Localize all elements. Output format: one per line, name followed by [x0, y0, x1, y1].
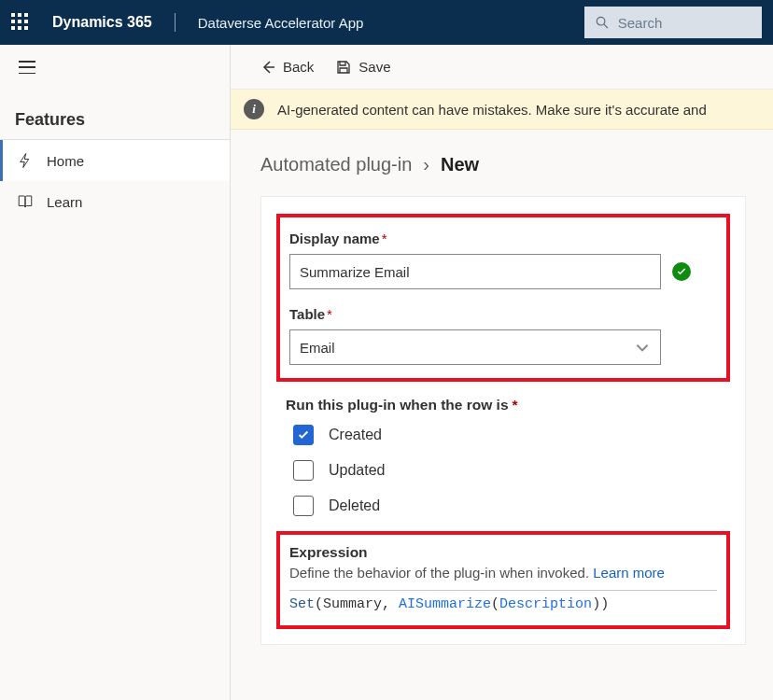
divider	[175, 13, 176, 32]
app-name: Dataverse Accelerator App	[198, 15, 364, 31]
main-area: Back Save i AI-generated content can hav…	[231, 45, 773, 700]
checkbox-created[interactable]	[293, 425, 314, 445]
app-launcher-icon[interactable]	[11, 13, 30, 32]
back-arrow-icon	[260, 60, 275, 75]
chevron-right-icon: ›	[423, 154, 429, 175]
expression-code[interactable]: Set(Summary, AISummarize(Description))	[289, 590, 717, 612]
hamburger-icon[interactable]	[19, 61, 35, 74]
table-value: Email	[300, 340, 335, 356]
lightning-icon	[17, 152, 34, 169]
display-name-label: Display name*	[289, 231, 717, 246]
learn-more-link[interactable]: Learn more	[593, 565, 665, 581]
table-label: Table*	[289, 306, 717, 322]
search-icon	[596, 15, 609, 30]
search-input[interactable]	[618, 15, 751, 31]
sidebar-item-home[interactable]: Home	[0, 140, 230, 181]
svg-point-0	[597, 17, 605, 25]
breadcrumb-current: New	[441, 154, 479, 175]
valid-check-icon	[672, 262, 691, 281]
breadcrumb: Automated plug-in › New	[260, 154, 773, 175]
highlighted-fields: Display name* Summarize Email Table*	[276, 214, 730, 382]
option-deleted[interactable]: Deleted	[293, 496, 730, 516]
svg-line-1	[604, 24, 608, 28]
sidebar-heading: Features	[0, 90, 230, 140]
info-icon: i	[244, 99, 264, 119]
checkbox-deleted[interactable]	[293, 496, 314, 516]
expression-section: Expression Define the behavior of the pl…	[276, 531, 730, 629]
command-bar: Back Save	[231, 45, 773, 90]
option-created[interactable]: Created	[293, 425, 730, 445]
run-when-label: Run this plug-in when the row is*	[286, 397, 730, 413]
display-name-input[interactable]: Summarize Email	[289, 254, 661, 289]
chevron-down-icon	[634, 339, 651, 356]
table-select[interactable]: Email	[289, 329, 661, 365]
checkbox-updated[interactable]	[293, 460, 314, 481]
back-button[interactable]: Back	[260, 59, 314, 75]
save-button[interactable]: Save	[336, 59, 390, 75]
top-nav: Dynamics 365 Dataverse Accelerator App	[0, 0, 773, 45]
option-label: Created	[329, 427, 382, 443]
left-sidebar: Features Home Learn	[0, 45, 231, 700]
option-label: Deleted	[329, 497, 380, 514]
book-icon	[17, 193, 34, 210]
warning-text: AI-generated content can have mistakes. …	[277, 102, 707, 118]
brand-title: Dynamics 365	[52, 14, 152, 31]
global-search[interactable]	[584, 7, 762, 38]
option-updated[interactable]: Updated	[293, 460, 730, 481]
option-label: Updated	[329, 462, 386, 479]
back-label: Back	[283, 59, 314, 75]
ai-warning-banner: i AI-generated content can have mistakes…	[231, 90, 773, 130]
save-icon	[336, 60, 351, 75]
sidebar-item-label: Home	[47, 153, 84, 169]
breadcrumb-parent[interactable]: Automated plug-in	[260, 154, 412, 175]
expression-title: Expression	[289, 544, 717, 561]
form-card: Display name* Summarize Email Table*	[260, 196, 746, 645]
expression-desc: Define the behavior of the plug-in when …	[289, 565, 717, 581]
save-label: Save	[358, 59, 390, 75]
sidebar-item-learn[interactable]: Learn	[0, 181, 230, 222]
sidebar-item-label: Learn	[47, 194, 82, 210]
